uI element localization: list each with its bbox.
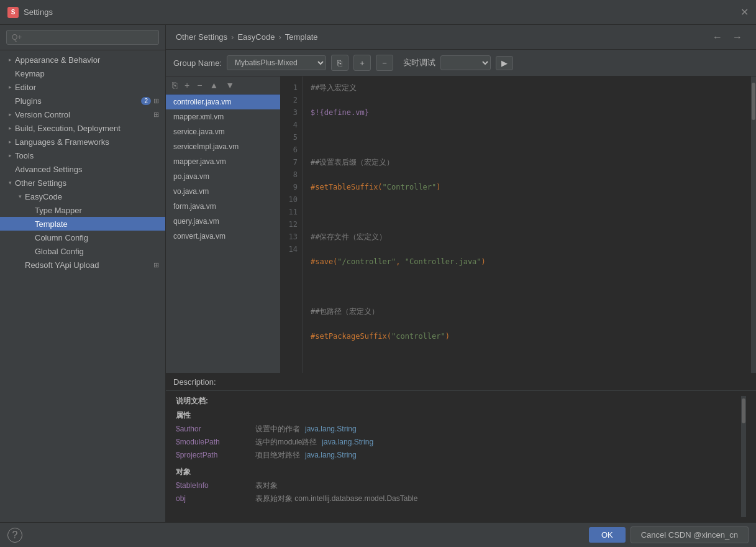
vcs-icon: ⊞ (153, 111, 159, 119)
sidebar-item-keymap[interactable]: Keymap (0, 67, 165, 80)
file-items: controller.java.vm mapper.xml.vm service… (166, 94, 280, 373)
code-editor[interactable]: 1 2 3 4 5 6 7 8 9 10 11 12 13 (281, 76, 756, 373)
toolbar: Group Name: MybatisPlus-Mixed Default ⎘ … (166, 50, 756, 76)
description-content: 说明文档: 属性 $author 设置中的作者 java.lang.String… (166, 391, 756, 522)
breadcrumb-other-settings: Other Settings (176, 32, 227, 42)
editor-scrollbar[interactable] (751, 76, 756, 373)
desc-desc: 选中的module路径 (255, 436, 317, 448)
search-input[interactable] (6, 30, 159, 45)
sidebar-item-label: Editor (15, 83, 160, 92)
description-area: Description: 说明文档: 属性 $author 设置中的作者 jav… (166, 373, 756, 522)
sidebar-item-label: Global Config (35, 247, 160, 256)
arrow-icon: ▾ (15, 191, 25, 201)
sidebar-item-version-control[interactable]: ▸ Version Control ⊞ (0, 108, 165, 121)
arrow-icon (5, 164, 15, 174)
sidebar-item-build[interactable]: ▸ Build, Execution, Deployment (0, 121, 165, 135)
settings-window: S Settings ✕ ▸ Appearance & Behavior Key… (0, 0, 756, 547)
desc-type: java.lang.String (322, 436, 373, 448)
sidebar-item-other-settings[interactable]: ▾ Other Settings (0, 176, 165, 190)
file-up-button[interactable]: ▲ (207, 79, 221, 91)
file-item[interactable]: service.java.vm (166, 124, 280, 139)
file-item[interactable]: serviceImpl.java.vm (166, 139, 280, 154)
search-box (0, 25, 165, 50)
sidebar-item-advanced[interactable]: Advanced Settings (0, 162, 165, 176)
cancel-button[interactable]: Cancel CSDN @xincen_cn (631, 526, 749, 543)
desc-name: obj (176, 493, 250, 504)
realtime-select[interactable]: Option1 (440, 55, 491, 70)
sidebar-item-editor[interactable]: ▸ Editor (0, 80, 165, 94)
file-item[interactable]: controller.java.vm (166, 94, 280, 109)
desc-name: $projectPath (176, 449, 250, 461)
file-add-button[interactable]: + (182, 79, 192, 91)
sidebar-item-label: Keymap (15, 69, 160, 78)
file-item[interactable]: po.java.vm (166, 169, 280, 184)
breadcrumb-bar: Other Settings › EasyCode › Template ← → (166, 25, 756, 50)
desc-doc-title: 说明文档: (176, 396, 741, 407)
sidebar-item-global-config[interactable]: Global Config (0, 244, 165, 258)
sidebar-item-plugins[interactable]: Plugins 2 ⊞ (0, 94, 165, 108)
sidebar-item-redsoft[interactable]: Redsoft YApi Upload ⊞ (0, 258, 165, 272)
desc-obj-title: 对象 (176, 467, 741, 477)
close-button[interactable]: ✕ (740, 6, 749, 18)
arrow-icon (5, 68, 15, 78)
arrow-icon: ▸ (5, 109, 15, 119)
add-group-button[interactable]: + (353, 55, 371, 71)
main-content: ▸ Appearance & Behavior Keymap ▸ Editor … (0, 25, 756, 522)
help-button[interactable]: ? (7, 528, 22, 543)
sidebar-item-label: Appearance & Behavior (15, 55, 160, 65)
sidebar-item-appearance[interactable]: ▸ Appearance & Behavior (0, 53, 165, 67)
right-panel: Other Settings › EasyCode › Template ← →… (166, 25, 756, 522)
desc-name: $tableInfo (176, 480, 250, 491)
desc-desc: 表对象 (255, 480, 278, 491)
arrow-icon (25, 232, 35, 242)
file-remove-button[interactable]: − (194, 79, 204, 91)
breadcrumb-easycode: EasyCode (237, 32, 275, 42)
sidebar-item-tools[interactable]: ▸ Tools (0, 149, 165, 162)
arrow-icon (25, 219, 35, 229)
file-item[interactable]: convert.java.vm (166, 229, 280, 244)
description-header: Description: (166, 374, 756, 391)
breadcrumb: Other Settings › EasyCode › Template (176, 32, 318, 42)
file-item[interactable]: mapper.xml.vm (166, 109, 280, 124)
desc-row: $modulePath 选中的module路径 java.lang.String (176, 436, 741, 448)
sidebar-item-column-config[interactable]: Column Config (0, 231, 165, 244)
remove-group-button[interactable]: − (376, 55, 393, 71)
ok-button[interactable]: OK (589, 527, 626, 543)
file-item[interactable]: mapper.java.vm (166, 154, 280, 169)
file-item[interactable]: form.java.vm (166, 199, 280, 214)
sidebar-item-template[interactable]: Template (0, 217, 165, 231)
file-down-button[interactable]: ▼ (223, 79, 237, 91)
desc-desc: 设置中的作者 (255, 423, 300, 434)
sidebar-item-languages[interactable]: ▸ Languages & Frameworks (0, 135, 165, 149)
desc-scrollbar[interactable] (741, 396, 746, 517)
nav-forward-button[interactable]: → (729, 30, 746, 44)
arrow-icon: ▸ (5, 123, 15, 133)
play-button[interactable]: ▶ (496, 56, 513, 70)
sidebar-item-label: Template (35, 219, 160, 229)
arrow-icon (15, 260, 25, 270)
nav-back-button[interactable]: ← (709, 30, 726, 44)
scrollbar-thumb (752, 83, 755, 120)
sidebar-item-label: Type Mapper (35, 206, 160, 215)
desc-text: 说明文档: 属性 $author 设置中的作者 java.lang.String… (176, 396, 741, 517)
app-icon: S (7, 7, 19, 18)
arrow-icon: ▾ (5, 178, 15, 188)
editor-area: ⎘ + − ▲ ▼ controller.java.vm mapper.xml.… (166, 76, 756, 373)
code-content: ##导入宏定义 $!{define.vm} ##设置表后缀（宏定义） #setT… (303, 76, 751, 373)
file-item[interactable]: vo.java.vm (166, 184, 280, 199)
bottom-bar: ? OK Cancel CSDN @xincen_cn (0, 522, 756, 547)
copy-group-button[interactable]: ⎘ (331, 55, 348, 71)
group-name-select[interactable]: MybatisPlus-Mixed Default (227, 55, 326, 70)
file-toolbar: ⎘ + − ▲ ▼ (166, 76, 280, 94)
desc-desc: 表原始对象 com.intellij.database.model.DasTab… (255, 493, 417, 504)
code-scroll: 1 2 3 4 5 6 7 8 9 10 11 12 13 (281, 76, 756, 373)
desc-desc: 项目绝对路径 (255, 449, 300, 461)
file-copy-button[interactable]: ⎘ (170, 79, 180, 91)
sidebar-item-label: Advanced Settings (15, 165, 160, 174)
window-title: Settings (24, 7, 53, 17)
file-list: ⎘ + − ▲ ▼ controller.java.vm mapper.xml.… (166, 76, 281, 373)
desc-type: java.lang.String (305, 449, 357, 461)
file-item[interactable]: query.java.vm (166, 214, 280, 229)
sidebar-item-easycode[interactable]: ▾ EasyCode (0, 190, 165, 203)
sidebar-item-type-mapper[interactable]: Type Mapper (0, 203, 165, 217)
